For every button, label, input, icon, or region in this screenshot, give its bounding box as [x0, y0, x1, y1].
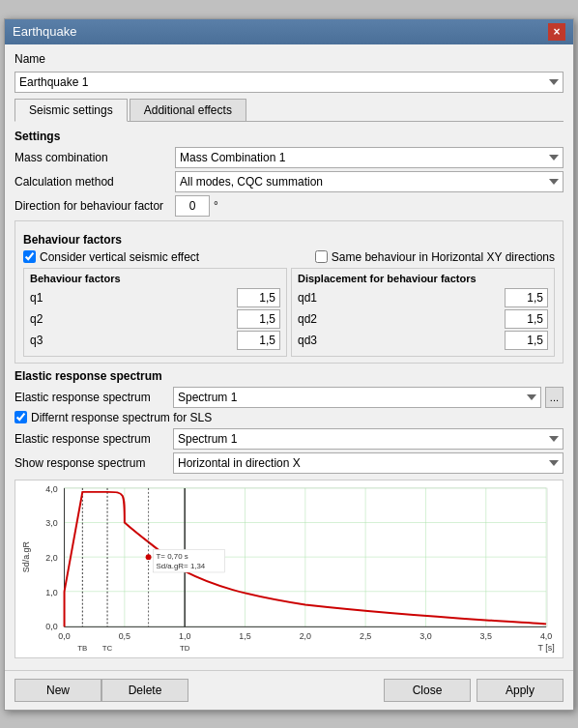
behaviour-section: Behaviour factors Consider vertical seis…: [14, 220, 564, 364]
direction-label: Direction for behaviour factor: [14, 199, 169, 213]
qd2-input[interactable]: [505, 309, 548, 329]
q2-label: q2: [30, 312, 43, 326]
tabs-bar: Seismic settings Additional effects: [14, 99, 564, 122]
behaviour-section-label: Behaviour factors: [23, 233, 555, 247]
tab-seismic-settings[interactable]: Seismic settings: [14, 99, 128, 122]
q1-label: q1: [30, 291, 43, 305]
direction-row: °: [175, 195, 564, 217]
sls-spectrum-row: Elastic response spectrum Spectrum 1: [14, 428, 564, 450]
spectrum-dropdown[interactable]: Spectrum 1: [173, 387, 541, 408]
delete-button[interactable]: Delete: [101, 679, 188, 702]
new-button[interactable]: New: [14, 679, 101, 702]
response-spectrum-chart: 4,0 3,0 2,0 1,0 0,0 0,0 0,5 1,0 1,5 2,0 …: [15, 480, 563, 657]
behaviour-factors-title: Behaviour factors: [30, 273, 280, 284]
svg-text:2,5: 2,5: [360, 631, 371, 641]
tab-additional-effects[interactable]: Additional effects: [130, 99, 246, 121]
name-input-row: Earthquake 1: [14, 72, 564, 93]
consider-vertical-row: Consider vertical seismic effect Same be…: [23, 250, 555, 264]
dialog-content: Name Earthquake 1 Seismic settings Addit…: [5, 44, 573, 670]
q3-label: q3: [30, 334, 43, 347]
svg-text:0,0: 0,0: [58, 631, 70, 641]
behaviour-two-col: Behaviour factors q1 q2 q3 Disp: [23, 268, 555, 357]
title-bar: Earthquake ×: [5, 19, 573, 44]
sls-spectrum-dropdown[interactable]: Spectrum 1: [173, 428, 564, 450]
qd1-input[interactable]: [505, 288, 548, 307]
qd2-label: qd2: [298, 312, 317, 326]
settings-section-label: Settings: [14, 130, 564, 143]
consider-vertical-label: Consider vertical seismic effect: [40, 250, 199, 264]
qd3-label: qd3: [298, 334, 317, 347]
qd3-input[interactable]: [505, 331, 548, 350]
displacement-factors-col: Displacement for behaviour factors qd1 q…: [291, 268, 555, 357]
bfactor-row-q3: q3: [30, 331, 280, 350]
svg-text:TD: TD: [180, 644, 190, 653]
svg-text:T= 0,70 s: T= 0,70 s: [157, 552, 188, 561]
svg-text:Sd/a.gR= 1,34: Sd/a.gR= 1,34: [157, 562, 206, 570]
behaviour-factors-col: Behaviour factors q1 q2 q3: [23, 268, 287, 357]
q3-input[interactable]: [237, 331, 280, 350]
settings-grid: Mass combination Mass Combination 1 Calc…: [14, 147, 564, 217]
svg-text:0,0: 0,0: [45, 622, 57, 631]
same-behaviour-checkbox[interactable]: [315, 250, 328, 263]
direction-input[interactable]: [175, 195, 210, 217]
qd1-label: qd1: [298, 291, 317, 305]
svg-point-41: [146, 554, 152, 560]
show-spectrum-dropdown[interactable]: Horizontal in direction X: [173, 452, 564, 474]
diffrent-sls-row: Differnt response spectrum for SLS: [14, 411, 564, 424]
show-spectrum-row: Show response spectrum Horizontal in dir…: [14, 452, 564, 474]
svg-text:1,0: 1,0: [179, 631, 190, 641]
close-icon[interactable]: ×: [548, 23, 565, 41]
spectrum-section-label: Elastic response spectrum: [14, 369, 564, 383]
svg-text:3,5: 3,5: [480, 631, 492, 641]
svg-text:TB: TB: [77, 644, 87, 653]
sls-spectrum-label: Elastic response spectrum: [14, 432, 169, 446]
spectrum-label: Elastic response spectrum: [14, 391, 169, 404]
browse-button[interactable]: ...: [545, 387, 564, 408]
svg-text:2,0: 2,0: [300, 631, 311, 641]
svg-text:3,0: 3,0: [45, 518, 57, 528]
footer: New Delete Close Apply: [5, 670, 573, 710]
mass-combination-dropdown[interactable]: Mass Combination 1: [175, 147, 564, 168]
bfactor-row-qd3: qd3: [298, 331, 548, 350]
svg-text:0,5: 0,5: [119, 631, 130, 641]
name-label: Name: [14, 52, 45, 66]
bfactor-row-q1: q1: [30, 288, 280, 307]
calculation-method-dropdown[interactable]: All modes, CQC summation: [175, 171, 564, 192]
earthquake-dialog: Earthquake × Name Earthquake 1 Seismic s…: [4, 18, 574, 711]
svg-text:4,0: 4,0: [540, 631, 552, 641]
spectrum-row-1: Elastic response spectrum Spectrum 1 ...: [14, 387, 564, 408]
name-dropdown[interactable]: Earthquake 1: [14, 72, 564, 93]
svg-text:TC: TC: [102, 644, 113, 653]
dialog-title: Earthquake: [13, 24, 77, 39]
svg-text:1,0: 1,0: [45, 587, 57, 597]
svg-text:Sd/a.gR: Sd/a.gR: [21, 540, 31, 572]
svg-text:T [s]: T [s]: [538, 643, 555, 653]
show-spectrum-label: Show response spectrum: [14, 456, 169, 470]
svg-text:2,0: 2,0: [45, 553, 57, 563]
svg-text:3,0: 3,0: [419, 631, 431, 641]
bfactor-row-q2: q2: [30, 309, 280, 329]
q2-input[interactable]: [237, 309, 280, 329]
name-row: Name: [14, 52, 564, 66]
displacement-factors-title: Displacement for behaviour factors: [298, 273, 548, 284]
bfactor-row-qd2: qd2: [298, 309, 548, 329]
diffrent-sls-checkbox[interactable]: [14, 411, 27, 423]
mass-combination-label: Mass combination: [14, 151, 169, 164]
same-behaviour-label: Same behaviour in Horizontal XY directio…: [332, 250, 555, 264]
direction-unit: °: [214, 199, 218, 213]
chart-area: 4,0 3,0 2,0 1,0 0,0 0,0 0,5 1,0 1,5 2,0 …: [14, 480, 564, 658]
bfactor-row-qd1: qd1: [298, 288, 548, 307]
svg-text:4,0: 4,0: [45, 483, 57, 493]
q1-input[interactable]: [237, 288, 280, 307]
calculation-method-label: Calculation method: [14, 175, 169, 189]
close-button[interactable]: Close: [384, 679, 471, 702]
consider-vertical-checkbox[interactable]: [23, 250, 36, 263]
spectrum-section: Elastic response spectrum Elastic respon…: [14, 369, 564, 474]
diffrent-sls-label: Differnt response spectrum for SLS: [31, 411, 212, 424]
svg-text:1,5: 1,5: [239, 631, 250, 641]
svg-rect-1: [65, 487, 548, 626]
apply-button[interactable]: Apply: [477, 679, 564, 702]
